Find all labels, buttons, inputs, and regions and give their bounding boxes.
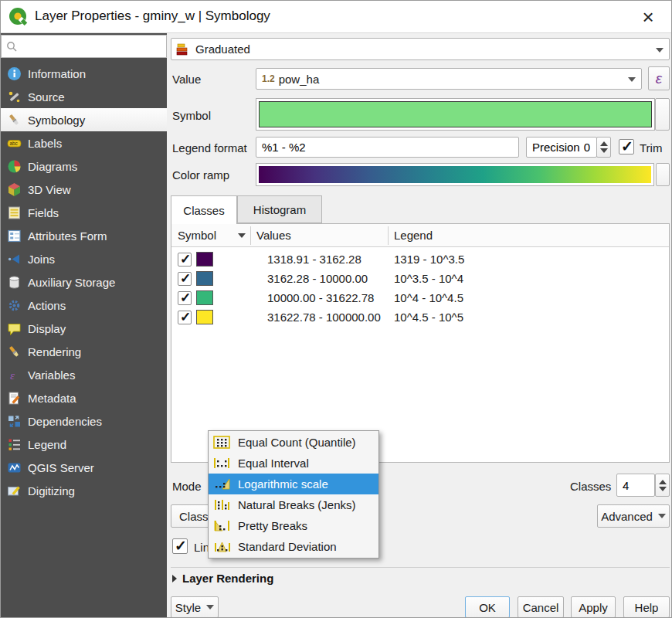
- class-legend[interactable]: 10^4.5 - 10^5: [394, 311, 463, 324]
- collapse-arrow-icon: [172, 575, 177, 582]
- color-ramp-button[interactable]: [256, 163, 654, 186]
- sidebar-item-auxiliary-storage[interactable]: Auxiliary Storage: [1, 270, 167, 294]
- color-ramp-dropdown-button[interactable]: [656, 163, 670, 186]
- mode-option-pretty-breaks[interactable]: Pretty Breaks: [209, 515, 378, 536]
- row-visibility-checkbox[interactable]: [178, 311, 192, 324]
- table-row[interactable]: 10000.00 - 31622.78 10^4 - 10^4.5: [171, 288, 669, 307]
- table-row[interactable]: 3162.28 - 10000.00 10^3.5 - 10^4: [171, 269, 669, 288]
- table-row[interactable]: 31622.78 - 100000.00 10^4.5 - 10^5: [171, 307, 669, 327]
- sidebar-item-3d-view[interactable]: 3D View: [1, 178, 167, 201]
- class-values[interactable]: 3162.28 - 10000.00: [267, 272, 368, 285]
- sidebar-item-label: Display: [28, 322, 66, 335]
- value-label: Value: [172, 73, 201, 86]
- class-color-swatch[interactable]: [196, 310, 213, 324]
- spin-down-icon: [600, 148, 608, 153]
- actions-icon: [7, 298, 22, 313]
- standard-deviation-icon: [213, 540, 232, 553]
- precision-spin-buttons[interactable]: [596, 137, 611, 158]
- sidebar-item-symbology[interactable]: Symbology: [1, 108, 167, 131]
- class-color-swatch[interactable]: [196, 252, 213, 267]
- sidebar-item-legend[interactable]: Legend: [1, 433, 167, 456]
- sidebar-item-joins[interactable]: Joins: [1, 247, 167, 270]
- tab-classes[interactable]: Classes: [171, 195, 237, 224]
- precision-spinbox[interactable]: Precision 0: [526, 137, 597, 158]
- sidebar-item-variables[interactable]: ε Variables: [1, 363, 167, 386]
- chevron-down-icon: [656, 48, 664, 53]
- column-separator[interactable]: [250, 226, 251, 245]
- symbol-preview-button[interactable]: [256, 98, 655, 131]
- sidebar-item-dependencies[interactable]: Dependencies: [1, 409, 167, 433]
- sidebar-item-diagrams[interactable]: Diagrams: [1, 154, 167, 178]
- sidebar-item-rendering[interactable]: Rendering: [1, 340, 167, 363]
- column-separator[interactable]: [388, 226, 389, 245]
- row-visibility-checkbox[interactable]: [178, 291, 192, 305]
- class-values[interactable]: 10000.00 - 31622.78: [267, 291, 374, 304]
- row-visibility-checkbox[interactable]: [178, 272, 192, 286]
- sidebar-item-digitizing[interactable]: Digitizing: [1, 479, 167, 502]
- labels-icon: abc: [7, 136, 22, 151]
- sidebar-item-label: Auxiliary Storage: [28, 276, 115, 289]
- precision-value: 0: [584, 141, 590, 154]
- help-button[interactable]: Help: [623, 596, 670, 618]
- graduated-icon: [176, 43, 190, 56]
- sidebar-item-information[interactable]: Information: [1, 62, 167, 85]
- sidebar-item-label: Joins: [28, 253, 55, 266]
- column-header-legend[interactable]: Legend: [394, 229, 433, 242]
- pretty-breaks-icon: [213, 519, 232, 532]
- classes-count-spinbox[interactable]: 4: [616, 474, 655, 497]
- sidebar-item-label: QGIS Server: [28, 461, 94, 474]
- layer-rendering-section[interactable]: Layer Rendering: [172, 572, 273, 585]
- class-color-swatch[interactable]: [196, 271, 213, 286]
- mode-option-standard-deviation[interactable]: Standard Deviation: [209, 536, 378, 557]
- ok-button[interactable]: OK: [465, 596, 510, 618]
- trim-checkbox[interactable]: [619, 139, 634, 154]
- value-field-combo[interactable]: 1.2 pow_ha: [256, 68, 642, 90]
- classes-count-label: Classes: [570, 480, 611, 493]
- mode-option-equal-count[interactable]: Equal Count (Quantile): [209, 432, 378, 453]
- class-legend[interactable]: 10^3.5 - 10^4: [394, 272, 463, 285]
- sidebar-item-source[interactable]: Source: [1, 85, 167, 108]
- symbol-dropdown-button[interactable]: [655, 98, 670, 131]
- sidebar-item-label: Rendering: [28, 345, 81, 358]
- column-header-symbol[interactable]: Symbol: [178, 229, 216, 242]
- class-legend[interactable]: 10^4 - 10^4.5: [394, 291, 463, 304]
- renderer-type-value: Graduated: [195, 42, 250, 56]
- sidebar-item-label: Digitizing: [28, 484, 75, 497]
- link-class-boundaries-checkbox[interactable]: [172, 538, 188, 554]
- sidebar-item-metadata[interactable]: Metadata: [1, 386, 167, 409]
- legend-format-input[interactable]: [256, 137, 519, 158]
- mode-option-equal-interval[interactable]: Equal Interval: [209, 453, 378, 474]
- class-values[interactable]: 1318.91 - 3162.28: [267, 253, 361, 266]
- close-icon[interactable]: ×: [637, 7, 659, 29]
- table-row[interactable]: 1318.91 - 3162.28 1319 - 10^3.5: [171, 250, 669, 269]
- mode-option-logarithmic-scale[interactable]: Logarithmic scale: [209, 474, 378, 494]
- advanced-button[interactable]: Advanced: [597, 504, 670, 528]
- cancel-button[interactable]: Cancel: [518, 596, 564, 618]
- class-legend[interactable]: 1319 - 10^3.5: [394, 253, 464, 266]
- sidebar-item-fields[interactable]: Fields: [1, 201, 167, 224]
- sidebar-item-display[interactable]: Display: [1, 317, 167, 340]
- expression-builder-button[interactable]: ε: [648, 66, 670, 90]
- chevron-down-icon: [206, 605, 214, 610]
- svg-text:abc: abc: [9, 141, 18, 146]
- chevron-down-icon: [658, 514, 666, 518]
- classes-count-value: 4: [623, 479, 629, 492]
- style-menu-button[interactable]: Style: [171, 596, 219, 618]
- class-values[interactable]: 31622.78 - 100000.00: [267, 311, 381, 324]
- divider: [171, 567, 670, 568]
- sidebar-item-labels[interactable]: abc Labels: [1, 131, 167, 154]
- renderer-type-combo[interactable]: Graduated: [171, 38, 670, 60]
- sidebar-item-label: Information: [28, 67, 86, 80]
- tab-histogram[interactable]: Histogram: [237, 195, 322, 223]
- row-visibility-checkbox[interactable]: [178, 253, 192, 267]
- column-header-values[interactable]: Values: [256, 229, 291, 242]
- chevron-down-icon: [628, 77, 636, 82]
- apply-button[interactable]: Apply: [571, 596, 616, 618]
- sidebar-item-actions[interactable]: Actions: [1, 294, 167, 317]
- sidebar-item-qgis-server[interactable]: QGIS Server: [1, 456, 167, 479]
- sidebar-search-input[interactable]: [22, 37, 161, 56]
- classes-spin-buttons[interactable]: [655, 474, 670, 497]
- class-color-swatch[interactable]: [196, 290, 213, 305]
- sidebar-item-attributes-form[interactable]: Attributes Form: [1, 224, 167, 247]
- mode-option-natural-breaks[interactable]: Natural Breaks (Jenks): [209, 494, 378, 515]
